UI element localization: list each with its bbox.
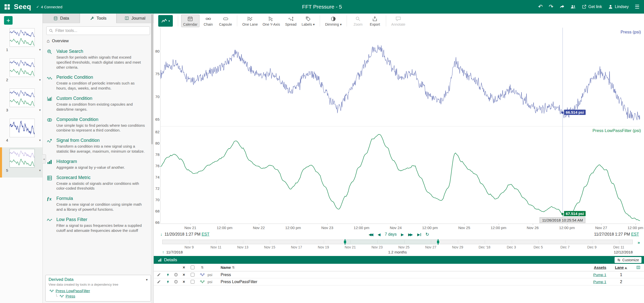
toolbar-button-zoom[interactable]: Zoom (350, 15, 366, 27)
edit-button[interactable] (154, 280, 164, 284)
worksheet-thumbnail-5[interactable]: 5 ▾ (0, 147, 43, 178)
tool-item-custom-condition[interactable]: Custom Condition Create a condition from… (43, 93, 153, 114)
lane-column-header[interactable]: Lane▲ (610, 265, 632, 270)
chevron-down-icon[interactable]: ▾ (39, 48, 41, 52)
trend-button[interactable] (164, 273, 172, 277)
share-button[interactable] (559, 5, 565, 9)
step-back-full-button[interactable]: ◀◀ (369, 233, 373, 236)
row-checkbox[interactable] (191, 280, 194, 284)
tab-data[interactable]: Data (43, 14, 80, 23)
toolbar-button-one-lane[interactable]: One Lane (240, 15, 260, 27)
connection-status[interactable]: ✓ 4 Connected (36, 5, 62, 9)
tool-item-composite-condition[interactable]: Composite Condition Use simple logic to … (43, 114, 153, 136)
worksheet-preview[interactable] (10, 58, 35, 77)
user-menu[interactable]: Lindsey (608, 5, 629, 9)
step-back-button[interactable]: ◀ (378, 233, 381, 236)
redo-button[interactable]: ↷ (549, 4, 553, 10)
worksheet-thumbnail-1[interactable]: 1 ▾ (0, 27, 43, 57)
timeline-start-arrow-icon[interactable]: ↑ (162, 250, 164, 254)
tool-item-formula[interactable]: ƒx Formula Create a new signal or condit… (43, 193, 153, 214)
customize-button[interactable]: Customize (615, 257, 641, 263)
chevron-down-icon[interactable]: ▾ (39, 168, 41, 172)
lane-label-press-lowpassfilter[interactable]: Press LowPassFilter (psi) (592, 128, 641, 133)
tool-item-scorecard-metric[interactable]: Scorecard Metric Create a statistic of s… (43, 172, 153, 194)
app-grid-icon[interactable] (5, 4, 10, 10)
step-forward-button[interactable]: ▶ (401, 233, 404, 236)
trend-view-button[interactable]: ▾ (158, 15, 173, 27)
tool-item-value-search[interactable]: Value Search Search for periods within s… (43, 46, 153, 72)
remove-all-column-header[interactable]: × (180, 265, 188, 270)
filter-tools-input[interactable] (55, 28, 147, 33)
duration-button[interactable]: 7 days (385, 232, 397, 237)
derived-data-header[interactable]: Derived Data ▾ (49, 277, 148, 282)
step-forward-full-button[interactable]: ▶▶ (408, 233, 413, 236)
row-checkbox[interactable] (191, 273, 194, 277)
toolbar-button-calendar[interactable]: Calendar (181, 15, 199, 27)
toolbar-button-spread[interactable]: Spread (283, 15, 299, 27)
worksheet-preview[interactable] (10, 28, 35, 47)
assets-column-header[interactable]: Assets (572, 265, 610, 270)
timeline-end-date[interactable]: 12/12/2018 (614, 250, 633, 254)
derived-data-item-press[interactable]: └ Press (49, 293, 148, 299)
add-worksheet-button[interactable]: + (4, 16, 13, 25)
trend-lane-press-lowpassfilter[interactable]: Press LowPassFilter (psi) 82807876747270… (154, 126, 644, 224)
derived-data-item-press-lowpassfilter[interactable]: Press LowPassFilter (49, 288, 148, 293)
toolbar-button-one-y-axis[interactable]: One Y-Axis (261, 15, 282, 27)
worksheet-preview[interactable] (10, 119, 35, 137)
sort-type-button[interactable]: ⇅ (197, 266, 208, 269)
overview-link[interactable]: ⌂ Overview (43, 37, 153, 46)
name-column-header[interactable]: Name ⇅ (221, 265, 572, 270)
get-link-button[interactable]: Get link (582, 5, 602, 9)
auto-update-button[interactable]: ↻ (425, 232, 429, 237)
tool-item-low-pass-filter[interactable]: Low Pass Filter Filter a signal to pass … (43, 214, 153, 236)
trend-chart[interactable]: Press (psi) 80757065 Press LowPassFilter… (154, 28, 644, 224)
toolbar-button-dimming[interactable]: Dimming ▾ (323, 15, 344, 27)
item-name[interactable]: Press LowPassFilter (221, 280, 572, 284)
trend-button[interactable] (164, 280, 172, 284)
asset-link[interactable]: Pump 1 (593, 280, 606, 284)
chevron-down-icon[interactable]: ▾ (39, 78, 41, 82)
tools-scrollbar[interactable] (151, 14, 153, 303)
edit-button[interactable] (154, 273, 164, 277)
select-all-checkbox[interactable] (191, 266, 194, 269)
toolbar-button-labels[interactable]: Labels ▾ (300, 15, 317, 27)
column-picker-button[interactable] (632, 266, 644, 269)
undo-button[interactable]: ↶ (538, 4, 543, 10)
chevron-down-icon[interactable]: ▾ (39, 138, 41, 142)
range-end[interactable]: 11/27/2018 1:27 PM EST (594, 232, 639, 237)
tool-item-signal-from-condition[interactable]: Signal from Condition Transform a condit… (43, 135, 153, 156)
range-start-arrow-icon[interactable]: ↓ (160, 232, 162, 237)
users-button[interactable] (571, 5, 576, 9)
step-to-end-button[interactable]: ▶ (417, 233, 421, 236)
selection-start-handle[interactable] (344, 241, 346, 243)
asset-link[interactable]: Pump 1 (593, 273, 606, 277)
tab-journal[interactable]: Journal (116, 14, 153, 23)
worksheet-thumbnail-3[interactable]: 3 ▾ (0, 87, 43, 117)
toolbar-button-export[interactable]: Export (367, 15, 383, 27)
tool-item-histogram[interactable]: Histogram Aggregate a signal by y-value … (43, 156, 153, 172)
timeline-track[interactable] (162, 240, 633, 244)
tab-tools[interactable]: Tools (80, 14, 117, 23)
seeq-logo[interactable]: Seeq (14, 3, 31, 11)
remove-button[interactable]: × (180, 273, 188, 277)
details-row-press-lowpassfilter[interactable]: × psi Press LowPassFilter Pump 1 2 (154, 278, 644, 285)
timeline-selection[interactable] (345, 239, 438, 245)
collapse-panel-button[interactable]: « (43, 154, 46, 163)
chevron-down-icon[interactable]: ▾ (39, 108, 41, 112)
toolbar-button-chain[interactable]: Chain (200, 15, 216, 27)
info-button[interactable] (172, 280, 180, 284)
range-start[interactable]: 11/20/2018 1:27 PM EST (165, 232, 210, 237)
selection-end-handle[interactable] (437, 241, 439, 243)
worksheet-thumbnail-4[interactable]: 4 ▾ (0, 117, 43, 147)
remove-button[interactable]: × (180, 280, 188, 284)
toolbar-button-capsule[interactable]: Capsule (217, 15, 234, 27)
trend-lane-press[interactable]: Press (psi) 80757065 (154, 28, 644, 126)
worksheet-preview[interactable] (10, 149, 35, 167)
hamburger-menu-icon[interactable]: ☰ (635, 4, 639, 10)
lane-label-press[interactable]: Press (psi) (621, 30, 641, 35)
tool-item-periodic-condition[interactable]: Periodic Condition Create a condition of… (43, 72, 153, 93)
chevron-down-icon[interactable]: ▾ (146, 278, 148, 282)
timeline-start-date[interactable]: 11/7/2018 (166, 250, 183, 254)
info-button[interactable] (172, 273, 180, 277)
item-name[interactable]: Press (221, 273, 572, 277)
